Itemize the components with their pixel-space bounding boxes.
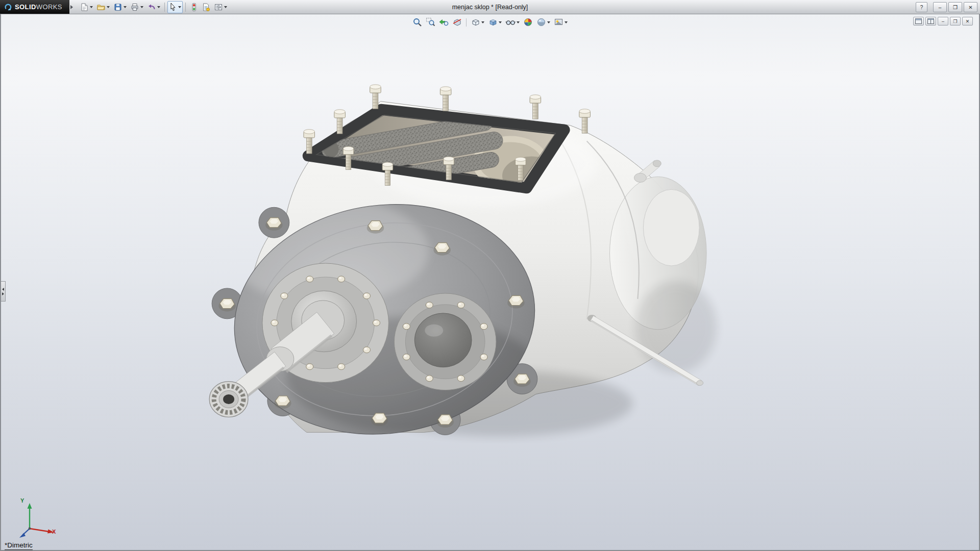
close-button[interactable]: ✕ <box>964 2 977 12</box>
dropdown-arrow-icon[interactable] <box>499 21 502 23</box>
rebuild-icon <box>190 3 198 12</box>
section-view-icon <box>452 17 462 27</box>
standard-toolbar <box>78 1 229 13</box>
dropdown-arrow-icon[interactable] <box>107 6 110 8</box>
edit-appearance-ball-icon <box>523 17 533 27</box>
save-button[interactable] <box>112 1 128 13</box>
display-style-icon <box>488 17 498 27</box>
window-split-pane-icon <box>927 18 934 24</box>
options-icon <box>214 3 223 12</box>
triad-axes <box>12 499 61 542</box>
apply-scene-icon <box>536 17 546 27</box>
headsup-toolbar <box>411 17 569 28</box>
dropdown-arrow-icon[interactable] <box>547 21 550 23</box>
toolbar-separator <box>466 18 467 27</box>
previous-view-icon <box>439 17 449 27</box>
dropdown-arrow-icon[interactable] <box>90 6 93 8</box>
splitter-right-arrow-icon <box>2 292 4 295</box>
help-button[interactable]: ? <box>916 2 927 12</box>
restore-button[interactable]: ❐ <box>948 2 962 12</box>
brand-text: SOLIDWORKS <box>15 3 62 11</box>
zoom-area-icon <box>426 17 435 27</box>
undo-button[interactable] <box>145 1 162 13</box>
document-restore-button[interactable]: ❐ <box>950 17 961 26</box>
window-restore-pane-icon <box>915 18 922 24</box>
undo-icon <box>147 3 156 12</box>
view-orientation-button[interactable] <box>470 17 485 28</box>
file-properties-button[interactable] <box>200 1 212 13</box>
window-controls: ? – ❐ ✕ <box>916 2 977 12</box>
rebuild-button[interactable] <box>188 1 200 13</box>
splitter-left-arrow-icon <box>2 288 4 291</box>
select-button[interactable] <box>167 1 183 13</box>
document-title: menjac sklop * [Read-only] <box>452 4 528 11</box>
print-button[interactable] <box>129 1 145 13</box>
previous-view-button[interactable] <box>438 17 450 28</box>
hide-show-items-button[interactable] <box>504 17 521 28</box>
dropdown-arrow-icon[interactable] <box>565 21 568 23</box>
options-button[interactable] <box>212 1 229 13</box>
new-document-button[interactable] <box>78 1 94 13</box>
dassault-logo-icon <box>4 3 12 11</box>
model-spline-end <box>209 382 248 417</box>
view-settings-button[interactable] <box>553 17 569 28</box>
save-icon <box>113 3 122 12</box>
document-close-button[interactable]: ✕ <box>962 17 973 26</box>
model-right-cover <box>394 293 496 390</box>
open-folder-icon <box>96 3 106 12</box>
graphics-area[interactable]: – ❐ ✕ Y X *Dimetric <box>0 14 980 551</box>
minimize-button[interactable]: – <box>933 2 947 12</box>
dropdown-arrow-icon[interactable] <box>517 21 520 23</box>
zoom-to-area-button[interactable] <box>425 17 436 28</box>
window-restore-pane-button[interactable] <box>913 17 924 26</box>
apply-scene-button[interactable] <box>535 17 551 28</box>
file-properties-icon <box>202 3 210 12</box>
dropdown-arrow-icon[interactable] <box>178 6 181 8</box>
window-split-pane-button[interactable] <box>925 17 936 26</box>
view-orientation-label: *Dimetric <box>5 541 33 550</box>
triad-x-axis <box>30 529 49 532</box>
document-window-controls: – ❐ ✕ <box>913 17 973 26</box>
dropdown-arrow-icon[interactable] <box>140 6 143 8</box>
print-icon <box>130 3 139 12</box>
zoom-to-fit-button[interactable] <box>411 17 423 28</box>
display-style-button[interactable] <box>487 17 503 28</box>
new-document-icon <box>80 3 89 12</box>
solidworks-logo: SOLIDWORKS <box>0 0 69 14</box>
open-button[interactable] <box>95 1 111 13</box>
view-settings-icon <box>554 17 564 27</box>
gearbox-model <box>1 14 979 550</box>
reference-triad: Y X <box>12 499 61 542</box>
zoom-fit-icon <box>412 17 422 27</box>
view-orientation-cube-icon <box>471 17 480 27</box>
dropdown-arrow-icon[interactable] <box>481 21 484 23</box>
select-cursor-icon <box>169 3 177 11</box>
featuremanager-splitter[interactable] <box>1 281 6 302</box>
triad-y-label: Y <box>20 497 24 504</box>
section-view-button[interactable] <box>451 17 463 28</box>
dropdown-arrow-icon[interactable] <box>157 6 160 8</box>
toolbar-overflow-icon[interactable] <box>70 5 73 9</box>
titlebar: SOLIDWORKS <box>0 0 980 14</box>
dropdown-arrow-icon[interactable] <box>224 6 227 8</box>
dropdown-arrow-icon[interactable] <box>124 6 127 8</box>
edit-appearance-button[interactable] <box>522 17 534 28</box>
toolbar-separator <box>164 3 165 12</box>
toolbar-separator <box>185 3 186 12</box>
document-minimize-button[interactable]: – <box>938 17 948 26</box>
triad-x-label: X <box>52 529 56 535</box>
hide-show-eyeglasses-icon <box>505 17 516 27</box>
